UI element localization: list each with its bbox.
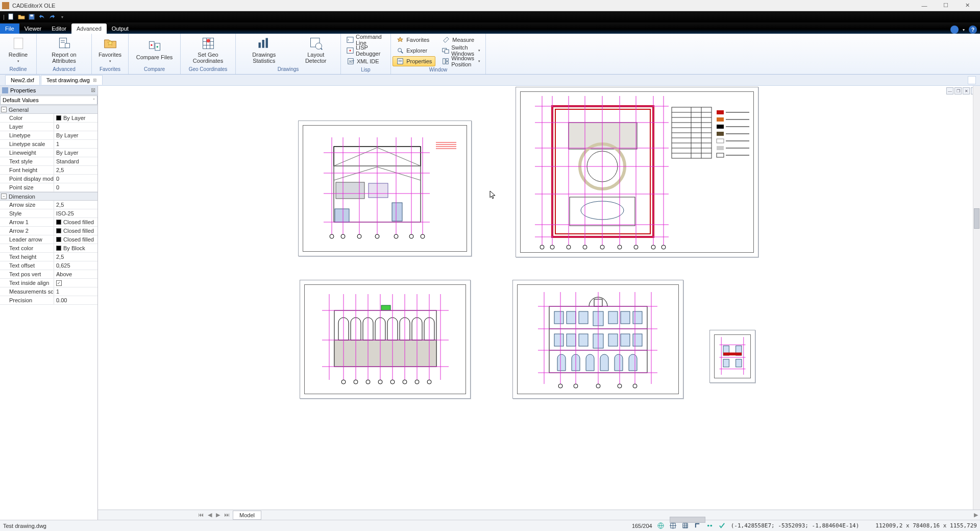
- property-row[interactable]: Arrow size2,5: [0, 201, 97, 209]
- properties-selector[interactable]: Default Values ˅: [0, 95, 97, 105]
- vertical-scrollbar[interactable]: [973, 86, 980, 510]
- redline-button[interactable]: Redline ▾: [4, 35, 32, 64]
- vp-restore-icon[interactable]: ❐: [954, 87, 962, 94]
- properties-button[interactable]: Properties: [393, 56, 435, 66]
- snap-icon[interactable]: [670, 522, 677, 529]
- property-value[interactable]: Closed filled: [54, 218, 97, 226]
- panel-close-icon[interactable]: ⊠: [91, 87, 95, 93]
- tab-nav-first[interactable]: ⏮: [196, 511, 206, 519]
- undo-button[interactable]: [37, 12, 46, 21]
- command-line-button[interactable]: Command Line: [343, 35, 388, 45]
- property-value[interactable]: 2,5: [54, 253, 97, 261]
- open-button[interactable]: [17, 12, 26, 21]
- vp-close-icon[interactable]: ✕: [963, 87, 970, 94]
- layout-detector-button[interactable]: Layout Detector: [293, 35, 338, 65]
- collapse-icon[interactable]: −: [1, 194, 7, 199]
- switch-windows-button[interactable]: Switch Windows▾: [438, 45, 484, 56]
- property-row[interactable]: Text pos vertAbove: [0, 270, 97, 279]
- set-geo-coords-button[interactable]: Set Geo Coordinates: [183, 35, 233, 65]
- property-value[interactable]: Closed filled: [54, 227, 97, 235]
- checkbox-icon[interactable]: ✓: [56, 280, 62, 286]
- vp-minimize-icon[interactable]: —: [946, 87, 953, 94]
- redo-button[interactable]: [47, 12, 57, 21]
- tab-viewer[interactable]: Viewer: [19, 23, 46, 34]
- property-row[interactable]: LinetypeBy Layer: [0, 131, 97, 140]
- scrollbar-thumb[interactable]: [670, 517, 705, 523]
- property-value[interactable]: By Layer: [54, 114, 97, 122]
- grid-icon[interactable]: [682, 522, 689, 529]
- property-row[interactable]: Point size0: [0, 183, 97, 192]
- property-row[interactable]: Arrow 1Closed filled: [0, 218, 97, 227]
- property-row[interactable]: Measurements scale1: [0, 287, 97, 296]
- snap2-icon[interactable]: [706, 522, 714, 529]
- lisp-debugger-button[interactable]: LISP Debugger: [343, 45, 388, 56]
- property-group-header[interactable]: −Dimension: [0, 192, 97, 201]
- tab-advanced[interactable]: Advanced: [71, 23, 107, 34]
- property-row[interactable]: Text offset0,625: [0, 261, 97, 270]
- check-icon[interactable]: [719, 522, 726, 529]
- property-row[interactable]: Font height2,5: [0, 166, 97, 175]
- property-row[interactable]: Text inside align✓: [0, 279, 97, 287]
- property-row[interactable]: StyleISO-25: [0, 209, 97, 218]
- property-row[interactable]: Layer0: [0, 123, 97, 131]
- property-group-header[interactable]: −General: [0, 105, 97, 114]
- tab-nav-prev[interactable]: ◀: [206, 511, 214, 519]
- property-value[interactable]: 1: [54, 287, 97, 296]
- tab-file[interactable]: File: [0, 23, 19, 34]
- report-attributes-button[interactable]: Report on Attributes: [39, 35, 89, 65]
- close-tab-icon[interactable]: ⊠: [93, 78, 97, 83]
- property-value[interactable]: 2,5: [54, 201, 97, 209]
- property-row[interactable]: Arrow 2Closed filled: [0, 227, 97, 235]
- property-value[interactable]: 0: [54, 183, 97, 191]
- tab-nav-last[interactable]: ⏭: [222, 511, 232, 519]
- windows-position-button[interactable]: Windows Position▾: [438, 56, 484, 66]
- property-value[interactable]: 0,625: [54, 261, 97, 270]
- explorer-button[interactable]: Explorer: [393, 45, 435, 56]
- save-button[interactable]: [27, 12, 36, 21]
- property-row[interactable]: Text height2,5: [0, 253, 97, 261]
- new-button[interactable]: [7, 12, 16, 21]
- property-value[interactable]: Standard: [54, 157, 97, 165]
- xml-ide-button[interactable]: xmlXML IDE: [343, 56, 388, 66]
- drawings-statistics-button[interactable]: Drawings Statistics: [238, 35, 290, 65]
- property-value[interactable]: 1: [54, 140, 97, 148]
- property-row[interactable]: Point display mode0: [0, 175, 97, 183]
- property-value[interactable]: ISO-25: [54, 209, 97, 218]
- property-value[interactable]: 0.00: [54, 296, 97, 304]
- measure-button[interactable]: Measure: [438, 35, 484, 45]
- doc-overflow-button[interactable]: [968, 76, 976, 84]
- favorites-button[interactable]: Favorites ▾: [94, 35, 126, 64]
- collapse-icon[interactable]: −: [1, 107, 7, 112]
- favorites-panel-button[interactable]: Favorites: [393, 35, 435, 45]
- property-row[interactable]: Leader arrowClosed filled: [0, 235, 97, 244]
- properties-header[interactable]: Properties ⊠: [0, 86, 97, 95]
- ortho-icon[interactable]: [694, 522, 701, 529]
- property-row[interactable]: Text styleStandard: [0, 157, 97, 166]
- model-tab[interactable]: Model: [233, 511, 261, 520]
- minimize-button[interactable]: —: [914, 1, 935, 11]
- property-row[interactable]: Linetype scale1: [0, 140, 97, 149]
- property-value[interactable]: Above: [54, 270, 97, 278]
- property-value[interactable]: ✓: [54, 279, 97, 287]
- property-row[interactable]: LineweightBy Layer: [0, 149, 97, 157]
- tab-nav-next[interactable]: ▶: [214, 511, 222, 519]
- property-row[interactable]: Precision0.00: [0, 296, 97, 305]
- property-row[interactable]: ColorBy Layer: [0, 114, 97, 123]
- tab-output[interactable]: Output: [107, 23, 134, 34]
- drawing-viewport[interactable]: — ❐ ✕ ˄: [98, 86, 980, 510]
- close-button[interactable]: ✕: [957, 1, 978, 11]
- tab-nav-right[interactable]: ▶: [974, 512, 978, 518]
- property-value[interactable]: 0: [54, 175, 97, 183]
- property-value[interactable]: By Layer: [54, 131, 97, 139]
- qat-dropdown[interactable]: ▾: [58, 12, 67, 21]
- compare-files-button[interactable]: Compare Files: [132, 37, 178, 62]
- doc-tab[interactable]: New2.dxf: [5, 75, 40, 85]
- globe-icon[interactable]: [657, 522, 665, 529]
- property-value[interactable]: 0: [54, 123, 97, 131]
- scrollbar-thumb[interactable]: [974, 208, 979, 229]
- property-value[interactable]: 2,5: [54, 166, 97, 174]
- property-value[interactable]: Closed filled: [54, 235, 97, 244]
- theme-button[interactable]: [950, 26, 959, 34]
- doc-tab[interactable]: Test drawing.dwg⊠: [41, 75, 103, 85]
- help-button[interactable]: ?: [969, 26, 977, 34]
